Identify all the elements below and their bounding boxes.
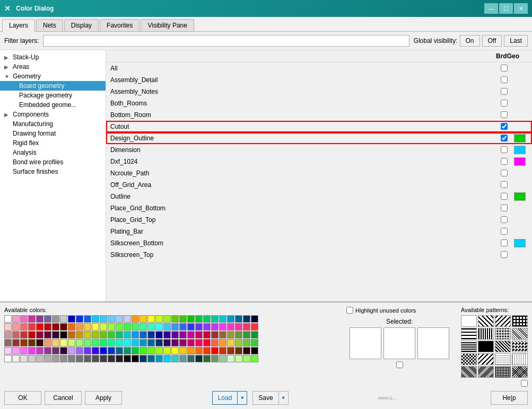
color-cell-3-9[interactable]	[76, 339, 83, 346]
color-cell-5-11[interactable]	[92, 355, 99, 362]
color-cell-1-27[interactable]	[219, 323, 226, 331]
color-cell-1-18[interactable]	[147, 323, 155, 331]
tree-item-package-geometry[interactable]: Package geometry	[0, 91, 106, 100]
tab-nets[interactable]: Nets	[36, 19, 63, 31]
checkbox-dimension[interactable]	[501, 146, 508, 153]
load-dropdown-button[interactable]: ▼	[238, 391, 247, 405]
color-cell-2-24[interactable]	[195, 331, 203, 339]
color-cell-5-6[interactable]	[52, 355, 59, 362]
pattern-dots2[interactable]	[512, 341, 528, 352]
color-cell-5-1[interactable]	[12, 355, 20, 362]
checkbox-offgrid[interactable]	[501, 181, 508, 188]
color-cell-5-24[interactable]	[195, 355, 203, 362]
color-cell-4-14[interactable]	[116, 347, 123, 354]
pattern-solid-black[interactable]	[478, 341, 494, 352]
color-cell-2-31[interactable]	[251, 331, 258, 339]
color-cell-0-29[interactable]	[235, 315, 242, 323]
checkbox-cutout[interactable]	[501, 123, 508, 130]
color-cell-0-19[interactable]	[155, 315, 163, 323]
color-cell-5-13[interactable]	[108, 355, 115, 362]
save-dropdown-button[interactable]: ▼	[279, 391, 289, 405]
minimize-button[interactable]: —	[484, 3, 498, 14]
layer-check-both-rooms[interactable]	[496, 100, 512, 106]
color-cell-2-16[interactable]	[132, 331, 139, 339]
color-cell-5-17[interactable]	[139, 355, 147, 362]
color-cell-0-2[interactable]	[20, 315, 28, 323]
color-cell-1-14[interactable]	[116, 323, 123, 331]
color-cell-4-29[interactable]	[235, 347, 242, 354]
color-cell-2-22[interactable]	[179, 331, 187, 339]
pattern-light-horiz[interactable]	[495, 353, 511, 365]
color-cell-5-15[interactable]	[124, 355, 131, 362]
pattern-fine-diag2[interactable]	[478, 366, 494, 378]
color-cell-4-20[interactable]	[163, 347, 171, 354]
layer-check-placegrid-bottom[interactable]	[496, 204, 512, 211]
color-cell-1-25[interactable]	[203, 323, 211, 331]
color-cell-4-17[interactable]	[139, 347, 147, 354]
pattern-solid[interactable]	[461, 315, 477, 327]
color-cell-5-12[interactable]	[100, 355, 107, 362]
color-cell-0-16[interactable]	[132, 315, 139, 323]
color-cell-3-29[interactable]	[235, 339, 242, 346]
color-cell-3-17[interactable]	[139, 339, 147, 346]
color-cell-4-27[interactable]	[219, 347, 226, 354]
tab-layers[interactable]: Layers	[2, 19, 35, 32]
color-cell-0-1[interactable]	[12, 315, 20, 323]
color-cell-2-7[interactable]	[60, 331, 67, 339]
color-cell-4-4[interactable]	[36, 347, 43, 354]
color-cell-3-10[interactable]	[84, 339, 91, 346]
color-cell-5-20[interactable]	[163, 355, 171, 362]
color-cell-1-29[interactable]	[235, 323, 242, 331]
color-cell-3-21[interactable]	[171, 339, 179, 346]
layer-check-silkscreen-top[interactable]	[496, 251, 512, 258]
selected-box-1[interactable]	[350, 327, 381, 359]
color-cell-5-4[interactable]	[36, 355, 43, 362]
help-button[interactable]: He|p	[491, 391, 528, 405]
color-cell-5-10[interactable]	[84, 355, 91, 362]
color-cell-0-15[interactable]	[124, 315, 131, 323]
checkbox-both-rooms[interactable]	[501, 100, 508, 106]
color-cell-1-28[interactable]	[227, 323, 234, 331]
color-cell-3-7[interactable]	[60, 339, 67, 346]
color-cell-2-9[interactable]	[76, 331, 83, 339]
color-cell-5-27[interactable]	[219, 355, 226, 362]
color-cell-4-2[interactable]	[20, 347, 28, 354]
color-cell-2-11[interactable]	[92, 331, 99, 339]
color-cell-1-1[interactable]	[12, 323, 20, 331]
color-cell-0-28[interactable]	[227, 315, 234, 323]
color-cell-4-21[interactable]	[171, 347, 179, 354]
color-cell-1-7[interactable]	[60, 323, 67, 331]
color-cell-0-5[interactable]	[44, 315, 51, 323]
color-cell-5-16[interactable]	[132, 355, 139, 362]
color-cell-0-13[interactable]	[108, 315, 115, 323]
checkbox-plating-bar[interactable]	[501, 228, 508, 235]
color-cell-4-6[interactable]	[52, 347, 59, 354]
color-cell-3-31[interactable]	[251, 339, 258, 346]
color-cell-3-16[interactable]	[132, 339, 139, 346]
color-cell-3-6[interactable]	[52, 339, 59, 346]
color-cell-5-5[interactable]	[44, 355, 51, 362]
color-cell-0-14[interactable]	[116, 315, 123, 323]
color-cell-4-3[interactable]	[28, 347, 36, 354]
color-cell-3-2[interactable]	[20, 339, 28, 346]
color-cell-0-0[interactable]	[4, 315, 12, 323]
checkbox-all[interactable]	[501, 65, 508, 72]
color-cell-0-11[interactable]	[92, 315, 99, 323]
color-cell-1-10[interactable]	[84, 323, 91, 331]
color-cell-3-4[interactable]	[36, 339, 43, 346]
color-cell-4-26[interactable]	[211, 347, 219, 354]
color-cell-5-26[interactable]	[211, 355, 219, 362]
color-cell-1-5[interactable]	[44, 323, 51, 331]
color-cell-3-5[interactable]	[44, 339, 51, 346]
save-button[interactable]: Save	[252, 391, 278, 405]
pattern-dense1[interactable]	[512, 328, 528, 340]
color-cell-0-6[interactable]	[52, 315, 59, 323]
selected-checkbox[interactable]	[396, 361, 403, 368]
layer-check-bottom-room[interactable]	[496, 111, 512, 118]
color-cell-1-2[interactable]	[20, 323, 28, 331]
color-cell-0-24[interactable]	[195, 315, 203, 323]
layer-color-silkscreen-bottom[interactable]	[512, 239, 528, 247]
color-cell-0-31[interactable]	[251, 315, 258, 323]
layer-check-assembly-detail[interactable]	[496, 76, 512, 83]
color-cell-1-9[interactable]	[76, 323, 83, 331]
